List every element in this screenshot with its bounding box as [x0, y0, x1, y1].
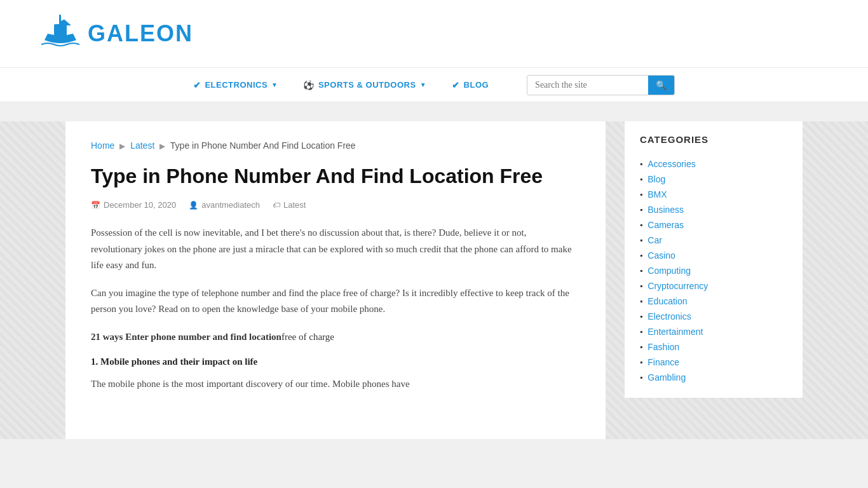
sports-ball-icon: ⚽: [303, 80, 315, 90]
category-link[interactable]: Business: [648, 205, 684, 215]
article-subheading: 1. Mobile phones and their impact on lif…: [91, 356, 580, 367]
breadcrumb-home[interactable]: Home: [91, 140, 114, 151]
category-list-item: Business: [640, 202, 787, 217]
article-title: Type in Phone Number And Find Location F…: [91, 163, 580, 189]
categories-title: CATEGORIES: [640, 134, 787, 145]
article-date-text: December 10, 2020: [104, 200, 176, 210]
category-link[interactable]: Entertainment: [648, 327, 703, 337]
category-list-item: Casino: [640, 248, 787, 263]
highlight-bold-text: 21 ways Enter phone number and find loca…: [91, 332, 281, 342]
calendar-icon: 📅: [91, 201, 100, 210]
breadcrumb-sep-2: ▶: [159, 142, 165, 151]
blog-check-icon: ✔: [452, 80, 460, 90]
nav-electronics-label: ELECTRONICS: [205, 80, 268, 90]
category-list-item: Blog: [640, 172, 787, 187]
category-list-item: Electronics: [640, 309, 787, 324]
logo-text: GALEON: [88, 20, 193, 47]
sidebar: CATEGORIES AccessoriesBlogBMXBusinessCam…: [625, 121, 803, 439]
breadcrumb-sep-1: ▶: [119, 142, 125, 151]
category-list-item: Accessories: [640, 156, 787, 172]
nav-sports-label: SPORTS & OUTDOORS: [318, 80, 416, 90]
electronics-dropdown-icon: ▼: [271, 81, 278, 88]
highlight-normal-text: free of charge: [281, 332, 334, 342]
category-list-item: BMX: [640, 187, 787, 202]
category-link[interactable]: Finance: [648, 357, 679, 367]
category-link[interactable]: Cryptocurrency: [648, 281, 708, 291]
category-list-item: Cryptocurrency: [640, 278, 787, 294]
search-icon: 🔍: [656, 80, 667, 90]
logo-ship-icon: [38, 11, 83, 56]
category-link[interactable]: Cameras: [648, 220, 684, 230]
category-list-item: Education: [640, 294, 787, 309]
logo[interactable]: GALEON: [38, 11, 193, 56]
category-list-item: Computing: [640, 263, 787, 278]
nav-blog-label: BLOG: [464, 80, 489, 90]
main-wrapper: Home ▶ Latest ▶ Type in Phone Number And…: [53, 121, 815, 439]
breadcrumb: Home ▶ Latest ▶ Type in Phone Number And…: [91, 140, 580, 151]
categories-section: CATEGORIES AccessoriesBlogBMXBusinessCam…: [625, 121, 803, 398]
category-list-item: Fashion: [640, 339, 787, 355]
category-list: AccessoriesBlogBMXBusinessCamerasCarCasi…: [640, 156, 787, 385]
nav-blog[interactable]: ✔ BLOG: [452, 80, 489, 90]
tag-icon: 🏷: [273, 201, 280, 210]
breadcrumb-latest[interactable]: Latest: [130, 140, 154, 151]
article-highlight: 21 ways Enter phone number and find loca…: [91, 329, 580, 346]
author-icon: 👤: [189, 201, 198, 210]
category-link[interactable]: Car: [648, 235, 662, 245]
category-list-item: Cameras: [640, 217, 787, 233]
category-list-item: Finance: [640, 355, 787, 370]
category-link[interactable]: Fashion: [648, 342, 679, 352]
article-paragraph-2: Can you imagine the type of telephone nu…: [91, 285, 580, 318]
article-tag-text: Latest: [283, 200, 306, 210]
category-list-item: Entertainment: [640, 324, 787, 339]
article-meta: 📅 December 10, 2020 👤 avantmediatech 🏷 L…: [91, 200, 580, 210]
site-header: GALEON: [0, 0, 868, 67]
nav-sports[interactable]: ⚽ SPORTS & OUTDOORS ▼: [303, 80, 426, 90]
breadcrumb-current: Type in Phone Number And Find Location F…: [170, 140, 356, 151]
article-body: Possession of the cell is now inevitable…: [91, 225, 580, 393]
electronics-check-icon: ✔: [193, 80, 201, 90]
navigation-bar: ✔ ELECTRONICS ▼ ⚽ SPORTS & OUTDOORS ▼ ✔ …: [0, 67, 868, 102]
category-link[interactable]: Blog: [648, 174, 665, 184]
article-author: 👤 avantmediatech: [189, 200, 260, 210]
article-author-text: avantmediatech: [201, 200, 260, 210]
sports-dropdown-icon: ▼: [420, 81, 426, 88]
svg-rect-1: [59, 15, 61, 32]
category-link[interactable]: Accessories: [648, 159, 695, 169]
category-link[interactable]: Gambling: [648, 372, 686, 383]
category-link[interactable]: Electronics: [648, 311, 691, 322]
article-content-area: Home ▶ Latest ▶ Type in Phone Number And…: [65, 121, 606, 439]
page-background: Home ▶ Latest ▶ Type in Phone Number And…: [0, 121, 868, 439]
article-date: 📅 December 10, 2020: [91, 200, 176, 210]
article-last-paragraph: The mobile phone is the most important d…: [91, 376, 580, 393]
category-link[interactable]: Casino: [648, 250, 675, 261]
category-link[interactable]: Computing: [648, 266, 691, 276]
nav-electronics[interactable]: ✔ ELECTRONICS ▼: [193, 80, 278, 90]
search-button[interactable]: 🔍: [648, 76, 674, 95]
article-tag: 🏷 Latest: [273, 200, 306, 210]
search-box[interactable]: 🔍: [527, 75, 675, 95]
search-input[interactable]: [527, 76, 648, 94]
category-link[interactable]: Education: [648, 296, 687, 306]
category-list-item: Gambling: [640, 370, 787, 385]
article-paragraph-1: Possession of the cell is now inevitable…: [91, 225, 580, 274]
category-list-item: Car: [640, 233, 787, 248]
category-link[interactable]: BMX: [648, 189, 667, 200]
